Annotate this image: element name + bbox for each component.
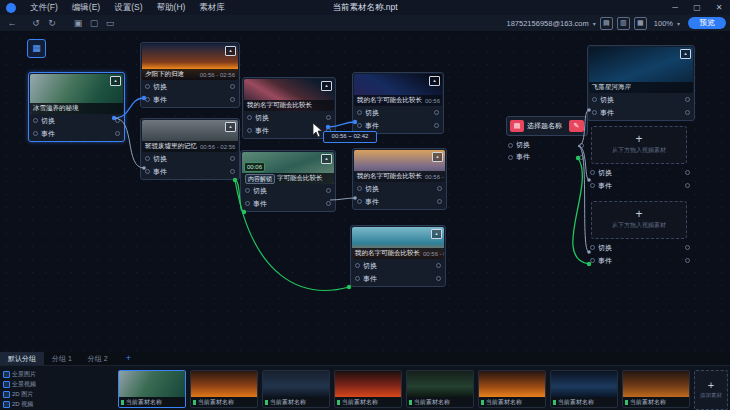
drop-placeholder[interactable]: + 从下方拖入视频素材 xyxy=(591,201,687,239)
port-in[interactable] xyxy=(357,186,362,191)
switch-row[interactable]: 切换 xyxy=(142,152,238,165)
tab-group-2[interactable]: 分组 2 xyxy=(80,352,116,365)
port-in[interactable] xyxy=(145,156,150,161)
close-button[interactable]: ✕ xyxy=(708,0,730,15)
switch-row[interactable]: 切换 xyxy=(354,182,445,195)
checkbox-icon[interactable] xyxy=(3,371,10,378)
video-node-b[interactable]: ▴ 夕阳下的归途 00:56 - 02:56 切换 事件 xyxy=(140,42,240,108)
switch-row[interactable]: 切换 xyxy=(589,93,693,106)
port-in[interactable] xyxy=(592,110,597,115)
event-row[interactable]: 事件 xyxy=(142,93,238,106)
switch-row[interactable]: 切换 xyxy=(587,241,693,254)
material-thumb[interactable]: 当前素材名称 xyxy=(622,370,690,408)
account-caret-icon[interactable]: ▾ xyxy=(593,20,596,27)
filter-2d-video[interactable]: 2D 视频 xyxy=(3,399,43,409)
port-out[interactable] xyxy=(685,245,690,250)
switch-row[interactable]: 切换 xyxy=(354,106,442,119)
account-email[interactable]: 18752156958@163.com xyxy=(507,19,589,28)
port-out[interactable] xyxy=(685,183,690,188)
material-thumb[interactable]: 当前素材名称 xyxy=(550,370,618,408)
zoom-level[interactable]: 100% xyxy=(654,19,673,28)
library-icon[interactable]: ▥ xyxy=(617,17,630,30)
menu-settings[interactable]: 设置(S) xyxy=(107,0,149,15)
menu-file[interactable]: 文件(F) xyxy=(23,0,65,15)
video-node-h[interactable]: ▴ 我的名字可能会比较长 00:56 - 02:56 切换 事件 xyxy=(350,225,446,287)
port-out[interactable] xyxy=(437,186,442,191)
port-in[interactable] xyxy=(355,276,360,281)
port-in[interactable] xyxy=(590,258,595,263)
event-row[interactable]: 事件 xyxy=(242,197,334,210)
video-node-r[interactable]: ▴ 飞落星河海岸 切换 事件 xyxy=(587,45,695,121)
checkbox-icon[interactable] xyxy=(3,391,10,398)
add-material-tile[interactable]: + 添加素材 xyxy=(694,370,728,410)
material-thumb[interactable]: 当前素材名称 xyxy=(190,370,258,408)
menu-help[interactable]: 帮助(H) xyxy=(150,0,193,15)
port-out[interactable] xyxy=(579,143,584,148)
paste-icon[interactable]: ▢ xyxy=(86,15,102,31)
event-row[interactable]: 事件 xyxy=(352,272,444,285)
fullscreen-icon[interactable]: ▦ xyxy=(634,17,647,30)
port-in[interactable] xyxy=(508,155,513,160)
choice-node[interactable]: ▤ 选择题名称 ✎ xyxy=(506,116,588,136)
port-in[interactable] xyxy=(145,97,150,102)
port-out[interactable] xyxy=(326,201,331,206)
port-in[interactable] xyxy=(508,143,513,148)
material-thumb[interactable]: 当前素材名称 xyxy=(406,370,474,408)
port-in[interactable] xyxy=(357,199,362,204)
port-out[interactable] xyxy=(685,97,690,102)
event-row[interactable]: 事件 xyxy=(354,195,445,208)
menu-library[interactable]: 素材库 xyxy=(192,0,232,15)
drop-placeholder[interactable]: + 从下方拖入视频素材 xyxy=(591,126,687,164)
menu-edit[interactable]: 编辑(E) xyxy=(65,0,107,15)
port-out[interactable] xyxy=(436,263,441,268)
port-in[interactable] xyxy=(245,201,250,206)
port-in[interactable] xyxy=(590,245,595,250)
port-in[interactable] xyxy=(247,128,252,133)
port-out[interactable] xyxy=(436,276,441,281)
event-row[interactable]: 事件 xyxy=(587,254,693,267)
edit-pencil-button[interactable]: ✎ xyxy=(569,120,584,132)
port-in[interactable] xyxy=(145,169,150,174)
material-thumb[interactable]: 当前素材名称 xyxy=(334,370,402,408)
video-node-f[interactable]: ▴ 我的名字可能会比较长 00:56 - 02:56 切换 事件 xyxy=(352,72,444,134)
port-in[interactable] xyxy=(33,131,38,136)
port-out[interactable] xyxy=(434,110,439,115)
port-out[interactable] xyxy=(579,155,584,160)
port-out[interactable] xyxy=(115,131,120,136)
switch-row[interactable]: 切换 xyxy=(242,184,334,197)
minimize-button[interactable]: ─ xyxy=(664,0,686,15)
port-in[interactable] xyxy=(245,188,250,193)
port-out[interactable] xyxy=(230,169,235,174)
port-out[interactable] xyxy=(326,115,331,120)
port-in[interactable] xyxy=(357,123,362,128)
material-thumb[interactable]: 当前素材名称 xyxy=(118,370,186,408)
checkbox-icon[interactable] xyxy=(3,381,10,388)
tab-default-group[interactable]: 默认分组 xyxy=(0,352,44,365)
switch-row[interactable]: 切换 xyxy=(30,114,123,127)
filter-pano-video[interactable]: 全景视频 xyxy=(3,379,43,389)
port-in[interactable] xyxy=(247,115,252,120)
add-node-tool-button[interactable]: ▦ xyxy=(27,39,46,58)
port-in[interactable] xyxy=(145,84,150,89)
port-out[interactable] xyxy=(685,110,690,115)
copy-icon[interactable]: ▣ xyxy=(70,15,86,31)
preview-button[interactable]: 预览 xyxy=(688,17,726,29)
video-node-c[interactable]: ▴ 斑驳废墟里的记忆 00:56 - 02:56 切换 事件 xyxy=(140,118,240,180)
filter-pano-image[interactable]: 全景图片 xyxy=(3,369,43,379)
redo-icon[interactable]: ↻ xyxy=(44,15,60,31)
port-out[interactable] xyxy=(230,97,235,102)
crop-icon[interactable]: ▭ xyxy=(102,15,118,31)
port-in[interactable] xyxy=(590,183,595,188)
tab-group-1[interactable]: 分组 1 xyxy=(44,352,80,365)
event-row[interactable]: 事件 xyxy=(587,179,693,192)
checkbox-icon[interactable] xyxy=(3,401,10,408)
port-out[interactable] xyxy=(230,156,235,161)
material-thumb[interactable]: 当前素材名称 xyxy=(262,370,330,408)
port-out[interactable] xyxy=(434,123,439,128)
port-in[interactable] xyxy=(355,263,360,268)
filter-2d-image[interactable]: 2D 图片 xyxy=(3,389,43,399)
material-thumb[interactable]: 当前素材名称 xyxy=(478,370,546,408)
switch-row[interactable]: 切换 xyxy=(352,259,444,272)
video-node-a[interactable]: ▴ 冰雪滋养的秘境 切换 事件 xyxy=(28,72,125,142)
port-out[interactable] xyxy=(437,199,442,204)
